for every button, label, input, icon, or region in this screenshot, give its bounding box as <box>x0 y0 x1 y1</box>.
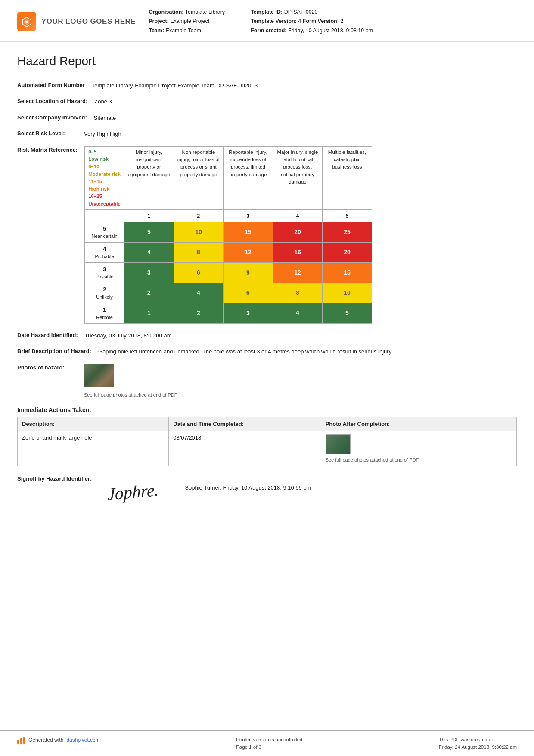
main-content: Hazard Report Automated Form Number Temp… <box>0 42 534 730</box>
footer-generated-text: Generated with <box>28 736 63 744</box>
team-value: Example Team <box>166 28 201 34</box>
project-value: Example Project <box>170 18 209 24</box>
risk-cell: 2 <box>174 303 223 323</box>
footer-page-total: 3 <box>259 744 261 750</box>
footer-brand-link[interactable]: dashpivot.com <box>66 736 99 744</box>
likelihood-label: 5Near certain <box>85 222 124 242</box>
legend-high: 11–15High risk <box>88 178 121 193</box>
consequence-num-3: 3 <box>223 209 273 222</box>
risk-cell: 20 <box>273 222 322 242</box>
footer-page-col: Printed version is uncontrolled Page 1 o… <box>236 736 302 751</box>
risk-cell: 4 <box>174 283 223 303</box>
select-risk-label: Select Risk Level: <box>17 130 84 137</box>
likelihood-label: 1Remote <box>85 303 124 323</box>
date-hazard-row: Date Hazard Identified: Tuesday, 03 July… <box>17 331 517 340</box>
consequence-num-5: 5 <box>322 209 372 222</box>
footer-page-number: Page 1 of 3 <box>236 744 302 751</box>
actions-col-description: Description: <box>18 417 169 431</box>
risk-legend-cell: 0–5Low risk 6–10Moderate risk 11–15High … <box>85 146 124 209</box>
signoff-label: Signoff by Hazard Identifier: <box>17 475 99 483</box>
footer-page-of: of <box>253 744 258 750</box>
logo-text: YOUR LOGO GOES HERE <box>41 17 136 26</box>
risk-cell: 6 <box>174 262 223 283</box>
form-ver-value: 2 <box>340 18 343 24</box>
action-photo-thumb <box>326 434 351 454</box>
select-company-label: Select Company Involved: <box>17 114 94 122</box>
actions-table: Description: Date and Time Completed: Ph… <box>17 417 517 466</box>
action-date: 03/07/2018 <box>169 431 321 466</box>
risk-cell: 15 <box>223 222 273 242</box>
date-hazard-value: Tuesday, 03 July 2018, 8:00:00 am <box>85 331 517 340</box>
actions-table-row: Zone of and mark large hole 03/07/2018 S… <box>18 431 517 466</box>
signoff-content: Jophre. Sophie Turner, Friday, 10 August… <box>99 475 517 505</box>
footer-pdf-col: This PDF was created at Friday, 24 Augus… <box>439 736 517 751</box>
risk-cell: 1 <box>124 303 174 323</box>
consequence-num-1: 1 <box>124 209 174 222</box>
risk-cell: 8 <box>174 242 223 262</box>
consequence-num-4: 4 <box>273 209 322 222</box>
immediate-actions-heading: Immediate Actions Taken: <box>17 406 517 413</box>
consequence-5: Multiple fatalities, catastrophic busine… <box>322 146 372 209</box>
org-value: Template Library <box>185 9 225 15</box>
risk-cell: 10 <box>174 222 223 242</box>
risk-cell: 12 <box>273 262 322 283</box>
bar1 <box>17 740 19 744</box>
page-header: YOUR LOGO GOES HERE Organisation: Templa… <box>0 0 534 42</box>
photos-label: Photos of hazard: <box>17 364 84 372</box>
photo-caption: See full page photos attached at end of … <box>84 391 517 399</box>
template-id-label: Template ID: <box>251 9 283 15</box>
consequence-3: Reportable injury, moderate loss of proc… <box>223 146 273 209</box>
action-description: Zone of and mark large hole <box>18 431 169 466</box>
action-photo: See full page photos attached at end of … <box>321 431 516 466</box>
risk-cell: 15 <box>322 262 372 283</box>
risk-cell: 5 <box>124 222 174 242</box>
automated-form-number-label: Automated Form Number <box>17 81 92 89</box>
form-created-label: Form created: <box>251 28 286 34</box>
likelihood-label: 3Possible <box>85 262 124 283</box>
risk-cell: 4 <box>124 242 174 262</box>
likelihood-label: 4Probable <box>85 242 124 262</box>
select-risk-row: Select Risk Level: Very High High <box>17 130 517 138</box>
brief-description-value: Gaping hole left unfenced and unmarked. … <box>98 347 517 356</box>
page-footer: Generated with dashpivot.com Printed ver… <box>0 730 534 756</box>
select-company-row: Select Company Involved: Sitemate <box>17 114 517 122</box>
legend-low: 0–5Low risk <box>88 148 121 163</box>
logo-icon <box>17 12 36 31</box>
risk-cell: 9 <box>223 262 273 283</box>
footer-brand: Generated with dashpivot.com <box>17 736 100 744</box>
risk-cell: 2 <box>124 283 174 303</box>
legend-moderate: 6–10Moderate risk <box>88 163 121 178</box>
footer-pdf-date: Friday, 24 August 2018, 9:30:22 am <box>439 744 517 751</box>
svg-point-0 <box>25 21 28 23</box>
select-risk-value: Very High High <box>84 130 517 138</box>
footer-brand-col: Generated with dashpivot.com <box>17 736 100 744</box>
risk-matrix-row: Risk Matrix Reference: 0–5Low risk 6–10M… <box>17 146 517 324</box>
select-location-row: Select Location of Hazard: Zone 3 <box>17 97 517 106</box>
legend-unacceptable: 16–25Unacceptable <box>88 193 121 208</box>
footer-page-label: Page <box>236 744 248 750</box>
footer-page-current: 1 <box>249 744 251 750</box>
consequence-num-2: 2 <box>174 209 223 222</box>
actions-col-photo: Photo After Completion: <box>321 417 516 431</box>
select-location-value: Zone 3 <box>94 97 517 106</box>
automated-form-number-value: Template Library-Example Project-Example… <box>92 81 517 90</box>
risk-cell: 12 <box>223 242 273 262</box>
signoff-text: Sophie Turner, Friday, 10 August 2018, 9… <box>185 475 311 492</box>
template-id-value: DP-SAF-0020 <box>284 9 318 15</box>
template-ver-label: Template Version: <box>251 18 297 24</box>
photos-value: See full page photos attached at end of … <box>84 364 517 399</box>
action-photo-caption: See full page photos attached at end of … <box>326 457 512 462</box>
photo-thumbnail <box>84 364 114 387</box>
org-label: Organisation: <box>149 9 183 15</box>
signature-image: Jophre. <box>99 472 168 508</box>
signoff-row: Signoff by Hazard Identifier: Jophre. So… <box>17 475 517 505</box>
risk-cell: 20 <box>322 242 372 262</box>
footer-pdf-created: This PDF was created at <box>439 736 517 744</box>
report-title: Hazard Report <box>17 54 517 72</box>
header-meta-right: Template ID: DP-SAF-0020 Template Versio… <box>251 8 373 35</box>
select-company-value: Sitemate <box>94 114 517 122</box>
brand-icon <box>17 737 25 744</box>
likelihood-label: 2Unlikely <box>85 283 124 303</box>
photo-thumb-container <box>84 364 517 390</box>
logo-box: YOUR LOGO GOES HERE <box>17 12 136 31</box>
